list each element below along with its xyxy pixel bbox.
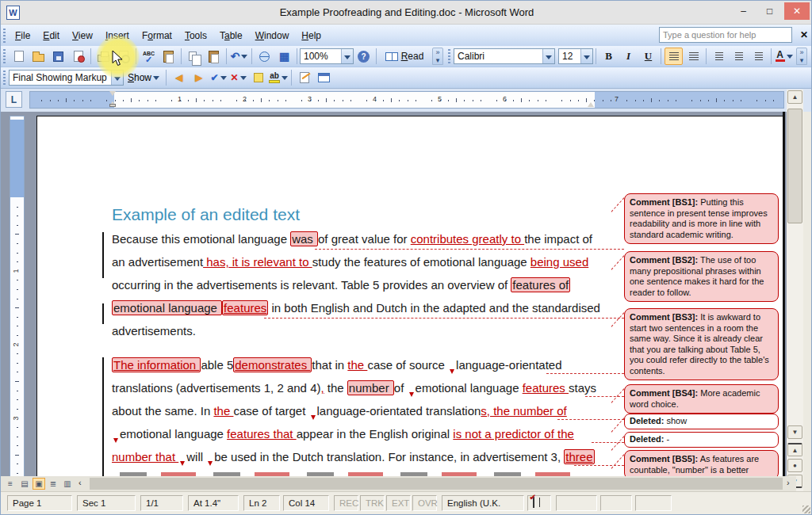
- toolbar-grip[interactable]: [3, 49, 6, 63]
- hscroll-track[interactable]: [90, 478, 783, 490]
- web-layout-view-button[interactable]: ▤: [18, 478, 31, 490]
- first-line-indent-marker[interactable]: [109, 91, 117, 98]
- spelling-button[interactable]: ABC✓: [140, 48, 158, 65]
- status-toggle-ext[interactable]: EXT: [386, 495, 411, 511]
- scroll-up-button[interactable]: ▲: [787, 90, 802, 104]
- comment-balloon[interactable]: Comment [BS4]: More academic word choice…: [624, 384, 779, 414]
- insert-table-button[interactable]: ▦: [275, 48, 293, 65]
- undo-dropdown-icon[interactable]: [241, 55, 247, 62]
- paste-button[interactable]: [205, 48, 223, 65]
- resize-grip[interactable]: [802, 505, 810, 513]
- track-changes-button[interactable]: [295, 69, 313, 86]
- help-button[interactable]: ?: [354, 48, 373, 65]
- numbered-list-icon: [715, 52, 723, 61]
- comment-balloon[interactable]: Comment [BS3]: It is awkward to start tw…: [624, 308, 779, 380]
- scroll-down-button[interactable]: ▼: [787, 425, 802, 439]
- permission-button[interactable]: [69, 48, 87, 65]
- minimize-button[interactable]: –: [732, 2, 755, 20]
- help-question-box[interactable]: Type a question for help: [659, 27, 792, 43]
- spelling-status-button[interactable]: [527, 495, 551, 511]
- bold-button[interactable]: B: [599, 48, 618, 65]
- deleted-balloon[interactable]: Deleted: -: [624, 432, 779, 448]
- close-button[interactable]: ✕: [784, 2, 810, 20]
- font-size-combo[interactable]: 12: [558, 48, 593, 64]
- tab-selector[interactable]: L: [6, 91, 22, 108]
- menu-help[interactable]: Help: [295, 27, 327, 44]
- undo-button[interactable]: ↶: [230, 48, 248, 65]
- print-layout-view-button[interactable]: ▣: [33, 478, 45, 490]
- menubar-close-icon[interactable]: ✕: [800, 29, 808, 40]
- select-browse-object-button[interactable]: ●: [787, 459, 802, 472]
- right-indent-marker[interactable]: [588, 99, 594, 107]
- insert-comment-button[interactable]: [249, 69, 267, 86]
- numbered-list-button[interactable]: [710, 48, 728, 65]
- status-toggle-ovr[interactable]: OVR: [412, 495, 437, 511]
- dropdown-arrow-icon[interactable]: [580, 49, 592, 63]
- highlight-button[interactable]: ab: [269, 69, 288, 86]
- align-left-button[interactable]: [665, 48, 683, 65]
- increase-indent-button[interactable]: [749, 48, 768, 65]
- outline-view-button[interactable]: ≣: [47, 478, 59, 490]
- maximize-button[interactable]: □: [758, 2, 781, 20]
- dropdown-arrow-icon[interactable]: [341, 49, 353, 63]
- next-change-button[interactable]: ▶: [190, 69, 208, 86]
- copy-button[interactable]: [185, 48, 203, 65]
- research-button[interactable]: [159, 48, 178, 65]
- comment-balloon[interactable]: Comment [BS1]: Putting this sentence in …: [624, 193, 779, 244]
- save-button[interactable]: [49, 48, 67, 65]
- font-color-dropdown-icon[interactable]: [787, 55, 793, 62]
- status-toggle-trk[interactable]: TRK: [360, 495, 385, 511]
- menu-table[interactable]: Table: [213, 27, 249, 44]
- text-run: three: [564, 449, 594, 464]
- vertical-scrollbar[interactable]: ▲ ▼ ▲ ● ▼: [787, 90, 803, 491]
- left-indent-marker[interactable]: [109, 104, 116, 107]
- menu-window[interactable]: Window: [249, 27, 296, 44]
- menu-file[interactable]: File: [9, 27, 36, 44]
- previous-change-button[interactable]: ◀: [170, 69, 188, 86]
- font-color-button[interactable]: A: [775, 48, 793, 65]
- dropdown-arrow-icon[interactable]: [542, 49, 554, 63]
- horizontal-scrollbar[interactable]: ≡ ▤ ▣ ≣ ▥ ‹ ›: [1, 476, 796, 491]
- status-language[interactable]: English (U.K.: [442, 495, 524, 511]
- toolbar-grip[interactable]: [3, 29, 6, 43]
- reading-layout-view-button[interactable]: ▥: [61, 478, 74, 490]
- align-justify-button[interactable]: [684, 48, 703, 65]
- document-area[interactable]: 123 Example of an edited text Because th…: [1, 112, 787, 477]
- normal-view-button[interactable]: ≡: [4, 478, 17, 490]
- comment-connector: [557, 419, 624, 420]
- change-bar: [102, 232, 104, 278]
- deleted-balloon[interactable]: Deleted: show: [624, 414, 779, 429]
- status-toggle-rec[interactable]: REC: [334, 495, 358, 511]
- toolbar-grip[interactable]: [448, 49, 450, 63]
- scrollbar-thumb[interactable]: [787, 109, 802, 223]
- toolbar-grip[interactable]: [3, 71, 6, 85]
- menu-tools[interactable]: Tools: [178, 27, 213, 44]
- accept-change-button[interactable]: ✔: [209, 69, 228, 86]
- previous-page-button[interactable]: ▲: [787, 443, 802, 456]
- reject-change-button[interactable]: ✕: [229, 69, 247, 86]
- italic-button[interactable]: I: [619, 48, 638, 65]
- underline-button[interactable]: U: [639, 48, 657, 65]
- accept-dropdown-icon[interactable]: [220, 76, 227, 83]
- zoom-combo[interactable]: 100%: [300, 48, 354, 64]
- reviewing-pane-button[interactable]: [315, 69, 333, 86]
- menu-view[interactable]: View: [66, 27, 99, 44]
- toolbar-options-button[interactable]: »▾: [796, 48, 807, 65]
- reject-dropdown-icon[interactable]: [240, 76, 247, 83]
- menu-edit[interactable]: Edit: [36, 27, 66, 44]
- highlight-dropdown-icon[interactable]: [282, 76, 288, 83]
- read-button[interactable]: Read: [380, 48, 429, 65]
- insert-hyperlink-button[interactable]: [255, 48, 274, 65]
- scroll-left-button[interactable]: ‹: [79, 478, 82, 487]
- ruler-tick: [651, 98, 652, 102]
- menu-format[interactable]: Format: [136, 27, 178, 44]
- toolbar-options-button[interactable]: »▾: [432, 48, 443, 65]
- font-name-combo[interactable]: Calibri: [454, 48, 555, 64]
- bulleted-list-button[interactable]: [730, 48, 748, 65]
- scroll-right-button[interactable]: ›: [787, 478, 790, 487]
- text-run: features of: [511, 277, 570, 292]
- open-button[interactable]: [29, 48, 48, 65]
- new-document-button[interactable]: [10, 48, 28, 65]
- comment-balloon[interactable]: Comment [BS5]: As features are countable…: [624, 450, 779, 477]
- comment-balloon[interactable]: Comment [BS2]: The use of too many prepo…: [624, 251, 779, 302]
